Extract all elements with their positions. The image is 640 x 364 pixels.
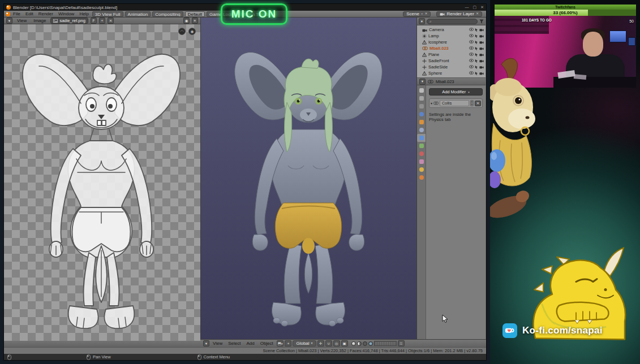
- visibility-eye-icon[interactable]: [469, 40, 474, 44]
- layers-widget[interactable]: [374, 341, 397, 346]
- menu-window[interactable]: Window: [56, 11, 76, 16]
- render-layer-selector[interactable]: Render Layer ✕: [436, 11, 482, 17]
- move-modifier-buttons[interactable]: ▴▾: [470, 100, 474, 106]
- outliner-row-camera[interactable]: Camera: [417, 27, 486, 33]
- fake-user-button[interactable]: F: [91, 18, 97, 24]
- layout-tab-compositing[interactable]: Compositing: [152, 11, 183, 17]
- renderability-camera-icon[interactable]: [479, 59, 484, 63]
- delete-modifier-button[interactable]: ✕: [475, 101, 481, 106]
- renderability-camera-icon[interactable]: [479, 53, 484, 57]
- proportional-edit-icon[interactable]: ◎: [333, 340, 340, 346]
- shading-wireframe-icon[interactable]: [363, 341, 367, 346]
- orientation-dropdown[interactable]: Global▾: [293, 340, 316, 346]
- selectability-arrow-icon[interactable]: [475, 65, 478, 69]
- viewport-3d[interactable]: [201, 18, 417, 339]
- menu-help[interactable]: Help: [77, 11, 91, 16]
- tab-render-layers[interactable]: [417, 102, 426, 110]
- snap-magnet-icon[interactable]: ∪: [325, 340, 332, 346]
- expand-arrow-icon[interactable]: ▾: [431, 101, 432, 105]
- render-layer-delete-icon[interactable]: ✕: [476, 11, 479, 16]
- visibility-eye-icon[interactable]: [469, 65, 474, 68]
- viewport-menu-add[interactable]: Add: [244, 341, 256, 346]
- tab-scene[interactable]: [417, 94, 426, 102]
- pin-icon[interactable]: ◉: [183, 18, 190, 24]
- layout-tab-3dview[interactable]: 3D View Full: [92, 11, 123, 17]
- visibility-eye-icon[interactable]: [469, 46, 474, 50]
- image-canvas[interactable]: ◠ ◉: [4, 24, 200, 341]
- outliner-search-input[interactable]: ⌕: [427, 19, 478, 24]
- shading-rendered-icon[interactable]: [368, 341, 373, 346]
- layout-tab-animation[interactable]: Animation: [125, 11, 151, 17]
- outliner-row-sphere[interactable]: Sphere: [417, 70, 486, 76]
- editor-type-dropdown[interactable]: ▾: [6, 18, 12, 24]
- close-button[interactable]: ✕: [480, 5, 484, 10]
- editor-corner-button-2[interactable]: ◉: [188, 28, 196, 35]
- outliner-row-icosphere[interactable]: Icosphere: [417, 39, 486, 45]
- visibility-eye-icon[interactable]: [469, 34, 474, 37]
- viewport-editor-dropdown[interactable]: ▾: [203, 340, 209, 346]
- viewport-menu-object[interactable]: Object: [258, 341, 276, 346]
- properties-editor-dropdown[interactable]: ▾: [419, 79, 426, 85]
- tab-particles[interactable]: [417, 166, 426, 174]
- selectability-arrow-icon[interactable]: [475, 71, 478, 75]
- tab-world[interactable]: [417, 110, 426, 118]
- visibility-eye-icon[interactable]: [469, 28, 474, 31]
- add-modifier-button[interactable]: Add Modifier ▾: [429, 88, 483, 96]
- visibility-eye-icon[interactable]: [469, 53, 474, 56]
- menu-file[interactable]: File: [11, 11, 23, 16]
- pivot-dropdown[interactable]: ⌖: [285, 340, 291, 346]
- tab-object[interactable]: [417, 118, 426, 126]
- tab-render[interactable]: [417, 86, 426, 94]
- renderability-camera-icon[interactable]: [479, 40, 484, 44]
- renderability-camera-icon[interactable]: [479, 65, 484, 69]
- layout-tab-default[interactable]: Default: [185, 11, 205, 17]
- tab-physics[interactable]: [417, 174, 426, 181]
- visibility-eye-icon[interactable]: [469, 71, 474, 75]
- renderability-camera-icon[interactable]: [479, 71, 484, 75]
- tab-constraints[interactable]: [417, 126, 426, 134]
- renderability-camera-icon[interactable]: [479, 46, 484, 50]
- info-editor-icon[interactable]: [6, 12, 10, 16]
- selectability-arrow-icon[interactable]: [475, 46, 478, 50]
- menu-edit[interactable]: Edit: [23, 11, 36, 16]
- maximize-button[interactable]: ▢: [473, 5, 477, 10]
- render-border-icon[interactable]: ▣: [341, 340, 348, 346]
- visibility-eye-icon[interactable]: [469, 59, 474, 62]
- renderability-camera-icon[interactable]: [479, 28, 484, 32]
- outliner-row-sadiefront[interactable]: SadieFront: [417, 58, 486, 64]
- tab-modifiers[interactable]: [417, 134, 426, 142]
- scene-delete-icon[interactable]: ✕: [424, 11, 427, 16]
- new-image-button[interactable]: +: [99, 18, 105, 24]
- manipulator-icon[interactable]: ✛: [317, 340, 324, 346]
- filter-funnel-icon[interactable]: [479, 19, 484, 24]
- outliner-row-mball-selected[interactable]: Mball.023: [417, 45, 486, 51]
- selectability-arrow-icon[interactable]: [475, 59, 478, 63]
- viewport-menu-view[interactable]: View: [211, 341, 225, 346]
- modifier-name-field[interactable]: Collis: [440, 100, 469, 106]
- outliner-display-dropdown[interactable]: ▾: [419, 18, 425, 24]
- image-menu-image[interactable]: Image: [31, 18, 48, 23]
- selectability-arrow-icon[interactable]: [475, 34, 478, 38]
- tab-data[interactable]: [417, 142, 426, 150]
- menu-render[interactable]: Render: [36, 11, 55, 16]
- outliner-row-sadieside[interactable]: SadieSide: [417, 64, 486, 70]
- selectability-arrow-icon[interactable]: [475, 28, 478, 32]
- lock-icon[interactable]: ⚿: [398, 340, 405, 346]
- renderability-camera-icon[interactable]: [479, 34, 484, 38]
- tab-material[interactable]: [417, 150, 426, 158]
- image-options-icon[interactable]: ≡: [192, 18, 198, 24]
- image-datablock[interactable]: sadie_ref.png: [50, 18, 88, 24]
- unlink-image-button[interactable]: ✕: [108, 18, 114, 24]
- scene-selector[interactable]: Scene + ✕: [403, 11, 431, 17]
- scene-add-icon[interactable]: +: [421, 11, 423, 16]
- mode-dropdown[interactable]: ⬒▾: [277, 340, 284, 346]
- shading-solid-icon[interactable]: [351, 341, 356, 346]
- viewport-menu-select[interactable]: Select: [226, 341, 243, 346]
- kofi-banner[interactable]: Ko-fi.com/snapai: [502, 323, 603, 338]
- image-menu-view[interactable]: View: [15, 18, 29, 23]
- editor-corner-button-1[interactable]: ◠: [178, 28, 186, 35]
- outliner-row-lamp[interactable]: Lamp: [417, 33, 486, 39]
- selectability-arrow-icon[interactable]: [475, 40, 478, 44]
- shading-material-icon[interactable]: [357, 341, 362, 346]
- outliner-row-plane[interactable]: Plane: [417, 51, 486, 58]
